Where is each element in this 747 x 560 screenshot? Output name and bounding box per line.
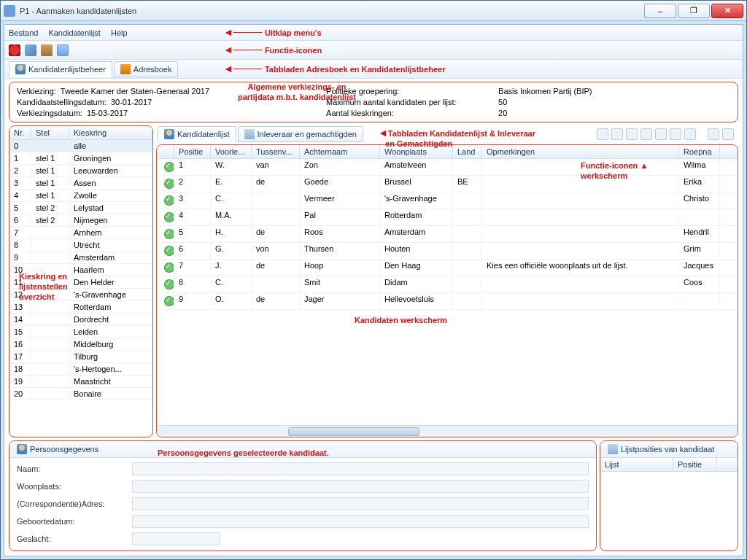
copy-icon[interactable] [708, 128, 719, 140]
kieskring-row[interactable]: 5stel 2Lelystad [9, 202, 152, 214]
candidate-row[interactable]: 5H.de RoosAmsterdam Hendril [157, 226, 738, 243]
kieskring-row[interactable]: 9Amsterdam [9, 252, 152, 264]
kieskring-row[interactable]: 8Utrecht [9, 239, 152, 252]
menu-bestand[interactable]: Bestand [9, 28, 38, 37]
kieskring-row[interactable]: 17Tilburg [9, 351, 152, 363]
col-opmerkingen[interactable]: Opmerkingen [482, 145, 679, 158]
candidate-body[interactable]: 1W.van ZonAmstelveen Wilma 2E.de GoedeBr… [157, 159, 738, 425]
tab-adresboek[interactable]: Adresboek [114, 61, 179, 77]
kieskring-row[interactable]: 4stel 1Zwolle [9, 190, 152, 202]
remove-candidate-icon[interactable] [626, 128, 638, 140]
field-geboortedatum[interactable] [132, 515, 589, 528]
kieskring-row[interactable]: 0alle [9, 140, 152, 152]
kieskring-header: Nr. Stel Kieskring [9, 126, 152, 140]
right-panel: Kandidatenlijst Inleveraar en gemachtigd… [156, 125, 738, 438]
positions-panel: Lijstposities van kandidaat Lijst Positi… [600, 440, 738, 551]
kieskring-row[interactable]: 16Middelburg [9, 338, 152, 351]
kieskring-row[interactable]: 6stel 2Nijmegen [9, 214, 152, 227]
kieskring-row[interactable]: 19Maastricht [9, 376, 152, 388]
edit-candidate-icon[interactable] [611, 128, 623, 140]
import-icon[interactable] [684, 128, 696, 140]
kieskring-row[interactable]: 20Bonaire [9, 388, 152, 400]
menu-kandidatenlijst[interactable]: Kandidatenlijst [48, 28, 101, 37]
content-row: Nr. Stel Kieskring 0alle1stel 1Groningen… [4, 125, 743, 440]
wrench-icon[interactable] [41, 44, 53, 56]
move-up-icon[interactable] [640, 128, 652, 140]
election-info-panel: Verkiezing:Tweede Kamer der Staten-Gener… [9, 82, 738, 122]
candidate-row[interactable]: 6G.von ThursenHouten Grim [157, 243, 738, 260]
col-positie[interactable]: Positie [174, 145, 211, 158]
tab-lijstposities[interactable]: Lijstposities van kandidaat [600, 441, 738, 458]
candidate-row[interactable]: 7J.de HoopDen Haag Kies een officiële wo… [157, 260, 738, 276]
candidate-row[interactable]: 8C. SmitDidam Coos [157, 276, 738, 293]
close-button[interactable]: ✕ [711, 4, 743, 18]
main-tab-bar: Kandidatenlijstbeheer Adresboek [4, 60, 743, 79]
subtab-kandidatenlijst[interactable]: Kandidatenlijst [158, 126, 236, 142]
col-voorletters[interactable]: Voorle... [211, 145, 252, 158]
field-woonplaats[interactable] [132, 480, 589, 493]
tab-persoonsgegevens[interactable]: Persoonsgegevens [9, 441, 596, 458]
field-corr-adres[interactable] [132, 497, 589, 510]
delete-icon[interactable] [9, 44, 20, 56]
candidate-header: Positie Voorle... Tussenv... Achternaam … [157, 145, 738, 159]
kieskring-row[interactable]: 15Leiden [9, 326, 152, 338]
verkiezingsdatum-label: Verkiezingsdatum: [17, 109, 82, 117]
horizontal-scrollbar[interactable] [157, 425, 738, 437]
status-ok-icon [164, 296, 174, 306]
candidate-row[interactable]: 3C. Vermeer's-Gravenhage Christo [157, 192, 738, 209]
col-roepnaam[interactable]: Roepna [679, 145, 720, 158]
tab-kandidatenlijstbeheer[interactable]: Kandidatenlijstbeheer [9, 61, 112, 77]
label-woonplaats: Woonplaats: [17, 482, 126, 491]
kieskring-row[interactable]: 14Dordrecht [9, 314, 152, 326]
positions-table[interactable]: Lijst Positie [600, 458, 738, 551]
col-achternaam[interactable]: Achternaam [300, 145, 380, 158]
col-nr[interactable]: Nr. [9, 126, 31, 139]
kieskring-row[interactable]: 2stel 1Leeuwarden [9, 165, 152, 177]
scrollbar-thumb[interactable] [288, 427, 419, 436]
client-area: Bestand Kandidatenlijst Help Kandidatenl… [4, 24, 743, 556]
col-kieskring[interactable]: Kieskring [69, 126, 152, 139]
kieskring-row[interactable]: 13Rotterdam [9, 301, 152, 314]
kieskring-row[interactable]: 18's-Hertogen... [9, 363, 152, 376]
kieskring-row[interactable]: 7Arnhem [9, 227, 152, 239]
col-positie[interactable]: Positie [673, 458, 717, 471]
col-stel[interactable]: Stel [31, 126, 69, 139]
add-candidate-icon[interactable] [597, 128, 608, 140]
label-geboortedatum: Geboortedatum: [17, 517, 126, 526]
polgroep-label: Politieke groepering: [326, 87, 494, 96]
export-icon[interactable] [722, 128, 734, 140]
new-icon[interactable] [57, 44, 69, 56]
col-lijst[interactable]: Lijst [600, 458, 673, 471]
candidate-row[interactable]: 4M.A. PalRotterdam [157, 209, 738, 226]
col-land[interactable]: Land [453, 145, 482, 158]
menu-help[interactable]: Help [111, 28, 128, 37]
kieskring-row[interactable]: 3stel 1Assen [9, 177, 152, 190]
user-icon [15, 64, 26, 74]
settings-icon[interactable] [670, 128, 681, 140]
col-status[interactable] [157, 145, 174, 158]
edit-icon[interactable] [25, 44, 36, 56]
move-down-icon[interactable] [655, 128, 667, 140]
kieskring-row[interactable]: 11Den Helder [9, 276, 152, 289]
kieskring-row[interactable]: 12's-Gravenhage [9, 289, 152, 301]
kieskring-body[interactable]: 0alle1stel 1Groningen2stel 1Leeuwarden3s… [9, 140, 152, 437]
candidate-row[interactable]: 1W.van ZonAmstelveen Wilma [157, 159, 738, 176]
kieskring-row[interactable]: 10Haarlem [9, 264, 152, 276]
toolbar [4, 41, 743, 60]
label-naam: Naam: [17, 464, 126, 473]
maxkand-label: Maximum aantal kandidaten per lijst: [326, 98, 494, 106]
verkiezingsdatum-value: 15-03-2017 [87, 109, 128, 117]
subtab-inleveraar[interactable]: Inleveraar en gemachtigden [238, 126, 363, 142]
maximize-button[interactable]: ❐ [678, 4, 710, 18]
status-ok-icon [164, 212, 174, 222]
field-naam[interactable] [132, 462, 589, 475]
minimize-button[interactable]: – [644, 4, 676, 18]
field-geslacht[interactable] [132, 532, 220, 545]
candidate-row[interactable]: 2E.de GoedeBrusselBE Erika [157, 176, 738, 192]
col-woonplaats[interactable]: Woonplaats [380, 145, 453, 158]
aantalkk-value: 20 [498, 109, 507, 117]
candidate-row[interactable]: 9O.de JagerHellevoetsluis [157, 293, 738, 310]
kieskring-row[interactable]: 1stel 1Groningen [9, 152, 152, 165]
app-icon [4, 5, 15, 17]
col-tussenvoegsel[interactable]: Tussenv... [252, 145, 300, 158]
